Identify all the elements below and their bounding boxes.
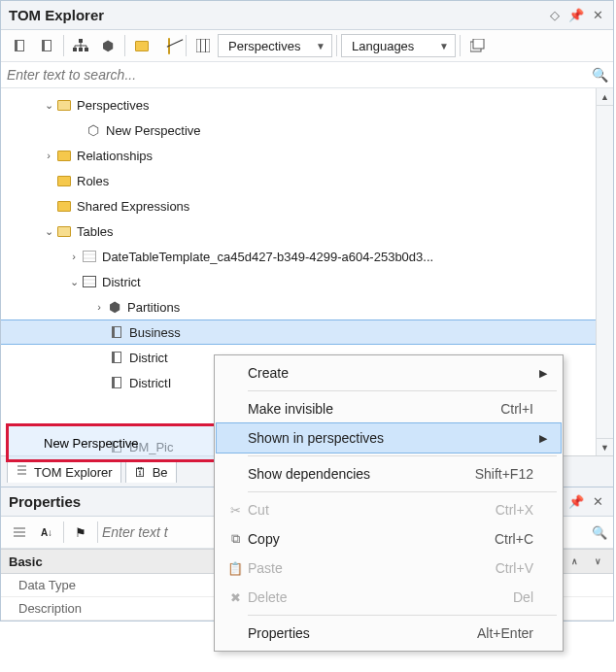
paste-icon: 📋 — [222, 561, 248, 576]
cut-icon: ✂ — [222, 503, 248, 518]
svg-rect-4 — [196, 39, 210, 52]
cm-create[interactable]: Create▶ — [217, 358, 561, 387]
search-input[interactable] — [7, 67, 586, 83]
tree-node-roles[interactable]: Roles — [1, 168, 596, 193]
scroll-down-icon[interactable]: ▼ — [597, 438, 613, 455]
panel-title: TOM Explorer — [9, 7, 541, 23]
svg-rect-2 — [79, 48, 83, 51]
cm-show-deps[interactable]: Show dependenciesShift+F12 — [217, 459, 561, 488]
toolbar-btn-1[interactable] — [7, 34, 32, 57]
window-copy-icon[interactable] — [464, 34, 490, 57]
copy-icon: ⧉ — [222, 531, 248, 547]
tree-node-new-perspective[interactable]: ⬡New Perspective — [1, 118, 596, 143]
tree-node-date-template[interactable]: ›DateTableTemplate_ca45d427-b349-4299-a6… — [1, 244, 596, 269]
search-icon[interactable]: 🔍 — [592, 67, 607, 83]
props-flag-icon[interactable]: ⚑ — [68, 521, 93, 544]
tom-explorer-header: TOM Explorer ◇ 📌 ✕ — [1, 1, 613, 30]
props-categorized-icon[interactable] — [7, 521, 32, 544]
auto-hide-icon[interactable]: ◇ — [547, 8, 563, 23]
svg-rect-3 — [85, 48, 88, 51]
tree-node-relationships[interactable]: ›Relationships — [1, 143, 596, 168]
scroll-up-icon[interactable]: ▲ — [597, 88, 613, 106]
columns-icon[interactable] — [190, 34, 216, 57]
cube-btn-icon[interactable]: ⬢ — [95, 34, 120, 57]
languages-dropdown[interactable]: Languages▼ — [341, 34, 456, 57]
tree-scrollbar[interactable]: ▲ ▼ — [596, 88, 613, 455]
delete-icon: ✖ — [222, 590, 248, 605]
props-cat-up-icon[interactable]: ∧ — [566, 554, 582, 569]
tab-be[interactable]: 🗓 Be — [125, 461, 177, 483]
folder-btn-icon[interactable] — [129, 34, 154, 57]
pin-icon[interactable]: 📌 — [568, 8, 584, 23]
context-menu: Create▶ Make invisibleCtrl+I Shown in pe… — [214, 354, 564, 652]
tree-node-district-table[interactable]: ⌄District — [1, 269, 596, 294]
svg-rect-0 — [79, 39, 83, 43]
cm-shown-in-perspectives[interactable]: Shown in perspectives▶ — [217, 423, 561, 453]
tom-search-row: 🔍 — [1, 62, 613, 88]
tree-tab-icon — [16, 464, 28, 480]
tree-node-perspectives[interactable]: ⌄Perspectives — [1, 92, 596, 118]
svg-rect-1 — [73, 48, 77, 51]
toolbar-btn-2[interactable] — [34, 34, 59, 57]
props-search-icon[interactable]: 🔍 — [592, 524, 607, 540]
hierarchy-icon[interactable] — [68, 34, 93, 57]
cm-copy[interactable]: ⧉CopyCtrl+C — [217, 524, 561, 554]
cm-make-invisible[interactable]: Make invisibleCtrl+I — [217, 394, 561, 423]
props-close-icon[interactable]: ✕ — [590, 494, 605, 510]
tab-be-icon: 🗓 — [134, 465, 147, 480]
tree-node-partitions[interactable]: ›⬢Partitions — [1, 294, 596, 319]
tom-toolbar: ⬢ Perspectives▼ Languages▼ — [1, 30, 613, 62]
cm-paste[interactable]: 📋PasteCtrl+V — [217, 554, 561, 583]
tree-node-shared-expressions[interactable]: Shared Expressions — [1, 193, 596, 218]
cm-delete[interactable]: ✖DeleteDel — [217, 583, 561, 612]
cm-properties[interactable]: PropertiesAlt+Enter — [217, 619, 561, 648]
tab-tom-explorer[interactable]: TOM Explorer — [7, 460, 121, 483]
close-icon[interactable]: ✕ — [590, 8, 605, 23]
perspectives-dropdown[interactable]: Perspectives▼ — [218, 34, 332, 57]
props-pin-icon[interactable]: 📌 — [568, 494, 584, 510]
svg-rect-8 — [473, 39, 484, 49]
props-cat-down-icon[interactable]: ∨ — [590, 554, 605, 569]
cm-cut[interactable]: ✂CutCtrl+X — [217, 495, 561, 524]
tree-node-tables[interactable]: ⌄Tables — [1, 218, 596, 244]
props-alpha-icon[interactable]: A↓ — [34, 521, 59, 544]
strike-folder-icon[interactable] — [156, 34, 182, 57]
tree-node-col-business[interactable]: Business — [1, 319, 596, 345]
